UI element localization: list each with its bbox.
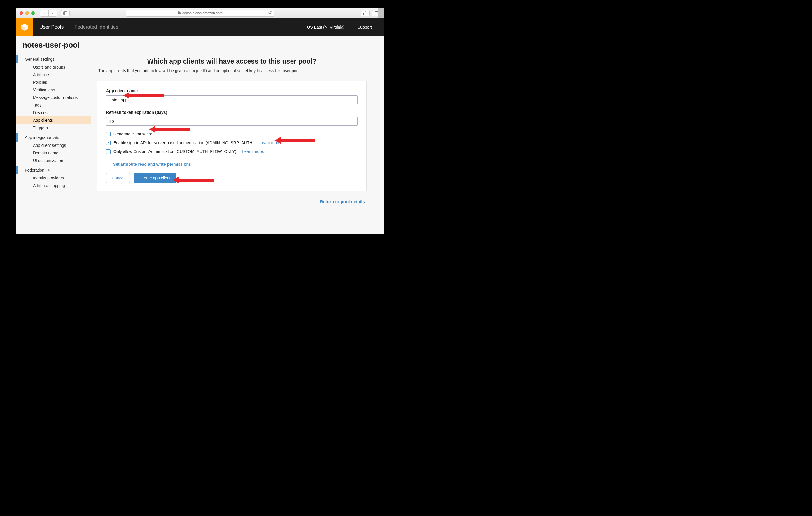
app-client-card: App client name Refresh token expiration… — [97, 81, 367, 191]
sidebar-item-policies[interactable]: Policies — [16, 79, 91, 86]
sidebar-item-identity-providers[interactable]: Identity providers — [16, 174, 91, 182]
generate-secret-label: Generate client secret — [113, 132, 153, 136]
support-label: Support — [357, 25, 372, 29]
learn-more-custom-link[interactable]: Learn more. — [242, 149, 264, 154]
minimize-window-button[interactable] — [25, 11, 29, 15]
show-sidebar-button[interactable] — [61, 10, 70, 16]
close-window-button[interactable] — [20, 11, 23, 15]
refresh-token-input[interactable] — [106, 117, 357, 126]
page-subtitle: The app clients that you add below will … — [98, 68, 367, 73]
app-client-name-label: App client name — [106, 88, 357, 93]
sidebar-item-app-clients[interactable]: App clients — [16, 116, 91, 124]
sidebar-item-attribute-mapping[interactable]: Attribute mapping — [16, 182, 91, 189]
nav-separator — [69, 24, 69, 30]
lock-icon — [178, 11, 180, 15]
create-app-client-button[interactable]: Create app client — [134, 173, 176, 183]
sidebar-item-triggers[interactable]: Triggers — [16, 124, 91, 132]
enable-signin-api-checkbox[interactable] — [106, 141, 111, 145]
back-button[interactable]: ‹ — [40, 10, 49, 16]
svg-rect-0 — [64, 11, 67, 15]
reload-icon[interactable] — [268, 11, 272, 16]
new-tab-button[interactable]: + — [378, 8, 384, 18]
attribute-permissions-link[interactable]: Set attribute read and write permissions — [113, 162, 191, 167]
pool-title-bar: notes-user-pool — [16, 36, 384, 55]
sidebar-group-app-integration[interactable]: App integrationbeta — [16, 133, 91, 141]
sidebar-icon — [63, 11, 67, 15]
share-button[interactable] — [361, 10, 370, 16]
sidebar-item-tags[interactable]: Tags — [16, 101, 91, 109]
main-panel: Which app clients will have access to th… — [91, 55, 384, 234]
sidebar-item-domain-name[interactable]: Domain name — [16, 149, 91, 157]
aws-header: User Pools Federated Identities US East … — [16, 18, 384, 36]
sidebar: General settingsUsers and groupsAttribut… — [16, 55, 91, 234]
window-controls — [20, 11, 35, 15]
sidebar-item-users-and-groups[interactable]: Users and groups — [16, 63, 91, 71]
support-dropdown[interactable]: Support ⌄ — [357, 25, 376, 29]
sidebar-item-verifications[interactable]: Verifications — [16, 86, 91, 94]
aws-service-logo[interactable] — [16, 18, 33, 36]
beta-badge: beta — [45, 169, 51, 172]
nav-user-pools[interactable]: User Pools — [39, 24, 64, 30]
return-to-pool-link[interactable]: Return to pool details — [320, 199, 365, 204]
svg-rect-2 — [375, 12, 377, 15]
custom-auth-label: Only allow Custom Authentication (CUSTOM… — [113, 149, 236, 154]
button-row: Cancel Create app client — [106, 173, 357, 183]
nav-federated-identities[interactable]: Federated Identities — [75, 24, 118, 30]
nav-buttons: ‹ › — [40, 10, 57, 17]
sidebar-item-message-customizations[interactable]: Message customizations — [16, 94, 91, 101]
maximize-window-button[interactable] — [31, 11, 35, 15]
sidebar-item-devices[interactable]: Devices — [16, 109, 91, 116]
sidebar-item-app-client-settings[interactable]: App client settings — [16, 141, 91, 149]
region-dropdown[interactable]: US East (N. Virginia) ⌄ — [307, 25, 349, 29]
sidebar-item-attributes[interactable]: Attributes — [16, 71, 91, 79]
page-heading: Which app clients will have access to th… — [97, 57, 367, 65]
enable-signin-api-row: Enable sign-in API for server-based auth… — [106, 140, 357, 145]
address-text: console.aws.amazon.com — [182, 11, 223, 15]
sidebar-item-ui-customization[interactable]: UI customization — [16, 157, 91, 164]
cube-icon — [20, 23, 29, 32]
custom-auth-row: Only allow Custom Authentication (CUSTOM… — [106, 149, 357, 154]
browser-window: ‹ › console.aws.amazon.com — [16, 8, 384, 234]
generate-secret-row: Generate client secret — [106, 132, 357, 136]
chevron-down-icon: ⌄ — [374, 26, 376, 29]
share-icon — [364, 11, 367, 15]
refresh-token-label: Refresh token expiration (days) — [106, 110, 357, 115]
content: General settingsUsers and groupsAttribut… — [16, 55, 384, 234]
browser-titlebar: ‹ › console.aws.amazon.com — [16, 8, 384, 18]
app-client-name-input[interactable] — [106, 96, 357, 104]
custom-auth-checkbox[interactable] — [106, 150, 111, 154]
pool-title: notes-user-pool — [23, 40, 378, 50]
beta-badge: beta — [53, 136, 58, 139]
sidebar-group-general-settings[interactable]: General settings — [16, 55, 91, 63]
learn-more-signin-link[interactable]: Learn more. — [260, 140, 282, 145]
forward-button[interactable]: › — [49, 10, 57, 16]
enable-signin-api-label: Enable sign-in API for server-based auth… — [113, 140, 254, 145]
sidebar-group-federation[interactable]: Federationbeta — [16, 166, 91, 174]
region-label: US East (N. Virginia) — [307, 25, 345, 29]
address-bar[interactable]: console.aws.amazon.com — [126, 10, 274, 17]
cancel-button[interactable]: Cancel — [106, 173, 130, 183]
generate-secret-checkbox[interactable] — [106, 132, 111, 136]
chevron-down-icon: ⌄ — [347, 26, 349, 29]
